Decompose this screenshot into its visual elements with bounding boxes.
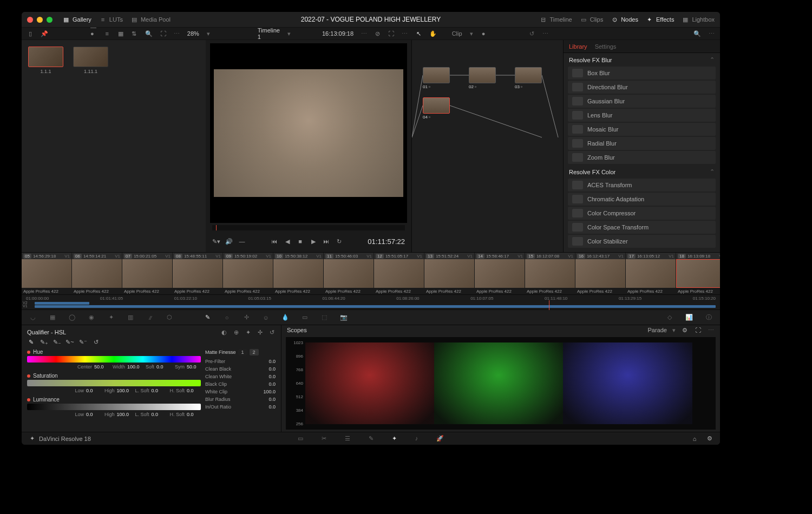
page-deliver[interactable]: 🚀 [436, 435, 444, 442]
mute-icon[interactable]: 🔊 [225, 238, 233, 245]
clip-thumbnail[interactable]: 0614:59:14:21V1Apple ProRes 422 [72, 253, 122, 294]
fx-item[interactable]: Box Blur [568, 67, 716, 80]
qualifier-icon[interactable]: ✎ [202, 313, 212, 322]
plus-icon[interactable]: ✦ [244, 328, 252, 336]
more-icon[interactable]: ⋯ [174, 30, 180, 37]
sizing-icon[interactable]: ⬚ [319, 313, 329, 322]
fx-item[interactable]: Color Space Transform [568, 221, 716, 234]
keyframe-icon[interactable]: ◇ [665, 313, 675, 322]
lum-high-value[interactable]: 100.0 [116, 412, 130, 417]
rgb-mixer-icon[interactable]: ▥ [126, 313, 135, 322]
page-fusion[interactable]: ✎ [369, 435, 374, 442]
tab-lightbox[interactable]: ▦Lightbox [682, 16, 715, 23]
hue-soft-value[interactable]: 0.0 [156, 364, 171, 370]
play-icon[interactable]: ▶ [310, 238, 317, 245]
tab-timeline[interactable]: ⊟Timeline [540, 16, 572, 23]
node-04[interactable]: 04 ▫ [423, 97, 450, 120]
picker-invert-icon[interactable]: ✎⁻ [79, 338, 87, 346]
effects-tab-library[interactable]: Library [569, 43, 587, 50]
fx-item[interactable]: Gaussian Blur [568, 95, 716, 108]
first-frame-icon[interactable]: ⏮ [271, 238, 278, 245]
picker-soft-icon[interactable]: ✎~ [66, 338, 74, 346]
viewer-canvas[interactable] [210, 43, 407, 223]
clip-thumbnail[interactable]: 1215:51:05:17V1Apple ProRes 422 [374, 253, 424, 294]
sat-low-value[interactable]: 0.0 [86, 388, 100, 393]
prev-frame-icon[interactable]: ◀ [284, 238, 291, 245]
page-media[interactable]: ▭ [298, 435, 303, 442]
maximize-icon[interactable] [47, 17, 53, 23]
more-icon[interactable]: ⋯ [542, 30, 548, 37]
viewer-zoom[interactable]: 28% [187, 30, 199, 37]
fx-item[interactable]: Color Stabilizer [568, 235, 716, 248]
record-icon[interactable]: ● [481, 30, 487, 37]
gallery-still[interactable]: 1.11.1 [73, 47, 108, 74]
fx-item[interactable]: Directional Blur [568, 81, 716, 94]
clip-thumbnail[interactable]: 0815:48:55:11V1Apple ProRes 422 [173, 253, 222, 294]
hdr-icon[interactable]: ✦ [106, 313, 116, 322]
list-icon[interactable]: ≡ [104, 30, 110, 37]
info-icon[interactable]: ⓘ [704, 313, 713, 322]
fx-item[interactable]: Zoom Blur [568, 151, 716, 164]
pin-icon[interactable]: 📌 [41, 30, 48, 37]
picker-sub-icon[interactable]: ✎₋ [53, 338, 61, 346]
reset-icon[interactable]: ↺ [268, 328, 276, 336]
fx-section-header[interactable]: Resolve FX Color⌃ [564, 165, 720, 179]
hand-icon[interactable]: ✋ [429, 30, 437, 37]
search-icon[interactable]: 🔍 [693, 30, 701, 37]
loop-icon[interactable]: ↻ [336, 238, 343, 245]
reset-icon[interactable]: ↺ [92, 338, 100, 346]
channels-icon[interactable]: ⫽ [145, 313, 155, 322]
clip-thumbnail[interactable]: 1315:51:52:24V1Apple ProRes 422 [424, 253, 474, 294]
fullscreen-icon[interactable]: ⛶ [388, 30, 394, 37]
node-mode[interactable]: Clip [452, 30, 462, 37]
clip-thumbnail[interactable]: 1415:58:46:17V1Apple ProRes 422 [475, 253, 525, 294]
scrubber[interactable] [212, 225, 405, 230]
expand-icon[interactable]: ⛶ [160, 30, 166, 37]
clip-thumbnail[interactable]: 0715:00:21:05V1Apple ProRes 422 [122, 253, 172, 294]
tab-gallery[interactable]: ▦Gallery [62, 16, 91, 23]
volume-icon[interactable]: — [238, 238, 246, 245]
minimize-icon[interactable] [37, 17, 43, 23]
next-frame-icon[interactable]: ⏭ [323, 238, 330, 245]
fx-item[interactable]: Lens Blur [568, 109, 716, 122]
matte-param[interactable]: In/Out Ratio0.0 [205, 403, 276, 411]
matte-param[interactable]: Clean Black0.0 [205, 365, 276, 373]
magic-mask-icon[interactable]: ☺ [261, 313, 271, 322]
matte-param[interactable]: Blur Radius0.0 [205, 396, 276, 403]
fx-item[interactable]: ACES Transform [568, 179, 716, 192]
page-color[interactable]: ✦ [392, 435, 397, 442]
tab-media-pool[interactable]: ▤Media Pool [130, 16, 171, 23]
lum-lsoft-value[interactable]: 0.0 [151, 412, 165, 417]
more-icon[interactable]: ⋯ [402, 30, 408, 37]
playhead-marker[interactable] [549, 300, 549, 310]
eyedropper-icon[interactable]: ✎▾ [212, 238, 220, 245]
wheel-icon[interactable]: ◯ [67, 313, 77, 322]
primary-icon[interactable]: ◉ [87, 313, 96, 322]
sat-lsoft-value[interactable]: 0.0 [151, 388, 165, 393]
picker-add-icon[interactable]: ✎₊ [40, 338, 48, 346]
scopes-mode[interactable]: Parade [648, 327, 667, 333]
scope-settings-icon[interactable]: ⚙ [681, 326, 689, 334]
node-03[interactable]: 03 ▫ [515, 67, 542, 89]
hsl-icon[interactable]: ◐ [220, 328, 228, 336]
more-icon[interactable]: ⋯ [707, 326, 715, 334]
grid-icon[interactable]: ▦ [117, 30, 123, 37]
search-icon[interactable]: 🔍 [145, 30, 153, 37]
node-01[interactable]: 01 ▫ [423, 67, 450, 89]
clip-thumbnail[interactable]: 0514:56:29:18V1Apple ProRes 422 [22, 253, 71, 294]
clip-strip[interactable]: 0514:56:29:18V1Apple ProRes 4220614:59:1… [22, 252, 720, 294]
matte-tab-1[interactable]: 1 [238, 349, 247, 355]
blur-icon[interactable]: 💧 [280, 313, 290, 322]
stop-icon[interactable]: ■ [297, 238, 304, 245]
3d-icon[interactable]: 📷 [339, 313, 349, 322]
key-icon[interactable]: ▭ [300, 313, 310, 322]
clip-thumbnail[interactable]: 1816:13:09:18V1Apple ProRes 422 [676, 253, 720, 294]
reset-icon[interactable]: ↺ [529, 30, 535, 37]
settings-icon[interactable]: ⚙ [706, 435, 713, 443]
lum-hsoft-value[interactable]: 0.0 [187, 412, 201, 417]
home-icon[interactable]: ⌂ [691, 435, 698, 443]
curves-icon[interactable]: ◡ [28, 313, 38, 322]
clip-thumbnail[interactable]: 1015:50:38:12V1Apple ProRes 422 [273, 253, 323, 294]
fx-item[interactable]: Radial Blur [568, 137, 716, 150]
clip-thumbnail[interactable]: 1115:50:46:03V1Apple ProRes 422 [324, 253, 374, 294]
